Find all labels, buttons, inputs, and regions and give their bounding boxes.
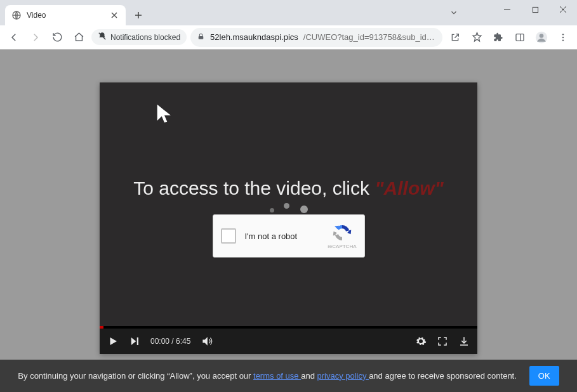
play-button[interactable] bbox=[107, 336, 119, 347]
svg-rect-2 bbox=[199, 36, 204, 39]
lock-icon bbox=[197, 32, 205, 42]
svg-rect-3 bbox=[516, 34, 524, 41]
consent-banner: By continuing your navigation or clickin… bbox=[0, 360, 577, 392]
tab-search-button[interactable] bbox=[445, 4, 463, 22]
new-tab-button[interactable] bbox=[129, 6, 147, 24]
terms-link[interactable]: terms of use bbox=[253, 371, 301, 381]
fullscreen-button[interactable] bbox=[437, 336, 448, 347]
recaptcha-label: I'm not a robot bbox=[245, 232, 328, 241]
consent-text: By continuing your navigation or clickin… bbox=[18, 370, 517, 382]
address-bar[interactable]: 52leh.msaukndaspi.pics/CUWEO?tag_id=9137… bbox=[190, 28, 442, 47]
headline-allow: "Allow" bbox=[375, 178, 443, 199]
notifications-blocked-label: Notifications blocked bbox=[110, 33, 180, 42]
extensions-button[interactable] bbox=[489, 29, 507, 46]
time-sep: / bbox=[169, 337, 176, 346]
bookmark-button[interactable] bbox=[468, 29, 486, 46]
consent-part2: and agree to receive sponsored content. bbox=[369, 371, 517, 381]
video-controls: 00:00 / 6:45 bbox=[100, 329, 477, 354]
url-domain: 52leh.msaukndaspi.pics bbox=[210, 32, 298, 42]
recaptcha-brand: reCAPTCHA bbox=[328, 244, 356, 249]
video-player-card: To access to the video, click "Allow" I'… bbox=[100, 82, 477, 354]
window-maximize-button[interactable] bbox=[521, 0, 549, 19]
nav-reload-button[interactable] bbox=[48, 29, 66, 46]
nav-back-button[interactable] bbox=[5, 29, 23, 46]
svg-point-5 bbox=[540, 34, 544, 38]
svg-point-8 bbox=[562, 39, 564, 41]
tab-close-icon[interactable] bbox=[109, 10, 119, 20]
time-current: 00:00 bbox=[150, 337, 169, 346]
headline-text: To access to the video, click bbox=[133, 178, 375, 199]
download-button[interactable] bbox=[458, 336, 470, 347]
recaptcha-widget[interactable]: I'm not a robot reCAPTCHA bbox=[213, 214, 365, 258]
nav-forward-button[interactable] bbox=[27, 29, 44, 46]
svg-rect-1 bbox=[533, 7, 538, 12]
tab-title: Video bbox=[27, 11, 109, 20]
profile-button[interactable] bbox=[533, 29, 550, 46]
window-titlebar: Video bbox=[0, 0, 577, 25]
volume-button[interactable] bbox=[201, 335, 213, 348]
settings-button[interactable] bbox=[415, 336, 427, 347]
svg-point-6 bbox=[562, 34, 564, 35]
svg-point-7 bbox=[562, 36, 564, 37]
next-button[interactable] bbox=[129, 336, 140, 347]
nav-home-button[interactable] bbox=[70, 29, 88, 46]
globe-icon bbox=[11, 10, 22, 20]
window-close-button[interactable] bbox=[549, 0, 577, 19]
window-minimize-button[interactable] bbox=[493, 0, 521, 19]
browser-toolbar: Notifications blocked 52leh.msaukndaspi.… bbox=[0, 25, 577, 49]
share-button[interactable] bbox=[446, 29, 464, 46]
loading-spinner-icon bbox=[263, 203, 314, 216]
consent-and: and bbox=[301, 371, 317, 381]
kebab-menu-button[interactable] bbox=[554, 29, 572, 46]
cursor-arrow-icon bbox=[154, 103, 175, 127]
page-viewport: To access to the video, click "Allow" I'… bbox=[0, 49, 577, 392]
bell-off-icon bbox=[98, 32, 107, 42]
privacy-link[interactable]: privacy policy bbox=[317, 371, 369, 381]
time-total: 6:45 bbox=[176, 337, 190, 346]
time-display: 00:00 / 6:45 bbox=[150, 337, 190, 346]
recaptcha-logo: reCAPTCHA bbox=[328, 223, 356, 249]
consent-part1: By continuing your navigation or clickin… bbox=[18, 371, 253, 381]
access-headline: To access to the video, click "Allow" bbox=[100, 178, 477, 199]
side-panel-button[interactable] bbox=[511, 29, 529, 46]
browser-tab[interactable]: Video bbox=[5, 5, 126, 25]
url-path: /CUWEO?tag_id=913758&sub_id1=&sub_id2=42… bbox=[303, 32, 436, 42]
recaptcha-checkbox[interactable] bbox=[221, 228, 236, 244]
notifications-blocked-chip[interactable]: Notifications blocked bbox=[91, 29, 187, 45]
consent-ok-button[interactable]: OK bbox=[529, 366, 559, 386]
